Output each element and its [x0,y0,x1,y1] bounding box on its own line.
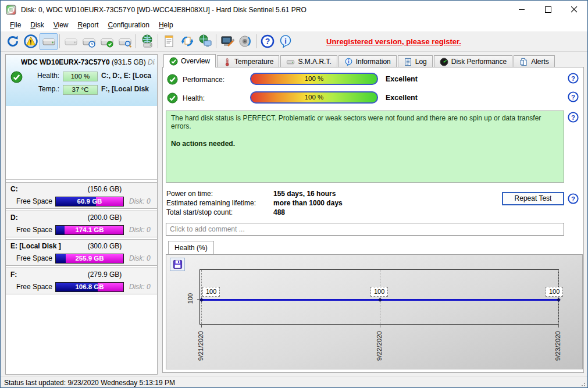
chart-tab-health[interactable]: Health (%) [168,241,214,254]
gauge-icon [440,58,448,66]
remote-monitor-icon[interactable] [196,33,214,50]
drive-letter: D: [10,213,18,222]
drive-item-e[interactable]: E: [Local Disk ](300.0 GB)Free Space255.… [6,239,157,266]
disk-clock-icon[interactable] [80,33,98,50]
y-axis-tick-label: 100 [187,293,194,304]
sync-icon[interactable] [178,33,196,50]
tab-s-m-a-r-t[interactable]: S.M.A.R.T. [280,55,337,67]
tab-log[interactable]: Log [398,55,433,67]
free-space-bar: 106.8 GB [55,282,124,292]
health-meter: 100 % [250,91,378,104]
menu-configuration[interactable]: Configuration [104,20,154,30]
help-icon[interactable]: ? [258,33,276,50]
partitions-line2: F:, [Local Disk [101,85,157,93]
close-button[interactable] [561,1,587,19]
window-title: Disk: 0, WDC WD10EURX-73C57Y0 [WD-WCC4JE… [21,6,307,14]
health-help-icon[interactable]: ? [568,91,579,102]
x-axis-tick [558,325,559,328]
maximize-button[interactable] [535,1,561,19]
tab-label: Log [415,58,427,66]
svg-text:?: ? [571,195,575,202]
svg-text:i: i [348,58,349,64]
stat-label: Total start/stop count: [166,208,233,216]
performance-label: Performance: [183,76,224,84]
smart-disk-icon [286,58,295,66]
toolbar-separator [59,34,60,48]
overview-panel: Performance: 100 % Excellent ? Health: 1… [162,67,584,373]
tab-alerts[interactable]: Alerts [514,55,555,67]
menu-help[interactable]: Help [154,20,178,30]
menu-file[interactable]: File [5,20,26,30]
gridline [558,270,559,324]
menu-report[interactable]: Report [73,20,104,30]
network-disk-icon[interactable] [138,33,156,50]
tab-label: Temperature [234,58,273,66]
free-space-label: Free Space [16,283,52,291]
drive-item-c[interactable]: C:(150.6 GB)Free Space60.9 GBDisk: 0 [6,182,157,209]
health-ok-icon [167,92,178,104]
tab-overview[interactable]: Overview [163,54,216,67]
minimize-button[interactable] [509,1,535,19]
drive-item-f[interactable]: F:(279.9 GB)Free Space106.8 GBDisk: 0 [6,268,157,294]
sidebar-temp-label: Temp.: [24,85,59,93]
info-icon[interactable]: i [276,33,294,50]
menu-view[interactable]: View [49,20,73,30]
svg-text:?: ? [265,37,270,46]
stat-value: 488 [273,208,285,216]
resize-grip[interactable] [580,381,586,387]
sound-icon[interactable] [236,33,254,50]
drive-letter: F: [10,270,17,279]
disk-name: WDC WD10EURX-73C57Y0 [21,58,110,66]
menu-disk[interactable]: Disk [26,20,48,30]
performance-ok-icon [167,74,178,85]
stat-row: Total start/stop count:488 [166,208,492,218]
stat-row: Power on time:155 days, 16 hours [166,190,492,199]
repeat-test-button[interactable]: Repeat Test [502,192,564,205]
disk-surface-scan-icon[interactable] [116,33,134,50]
title-bar[interactable]: Disk: 0, WDC WD10EURX-73C57Y0 [WD-WCC4JE… [1,1,587,19]
register-link[interactable]: Unregistered version, please register. [326,37,461,46]
drive-letter: E: [Local Disk ] [10,242,61,250]
disk-overview-icon[interactable] [40,33,58,50]
selected-disk-panel[interactable]: WDC WD10EURX-73C57Y0 (931.5 GB) Disk: 0 … [6,55,157,180]
tab-temperature[interactable]: Temperature [217,55,279,67]
status-action: No actions needed. [171,140,559,148]
drive-item-d[interactable]: D:(200.0 GB)Free Space174.1 GBDisk: 0 [6,211,157,237]
drive-size: (279.9 GB) [70,270,140,279]
health-rating: Excellent [386,94,418,102]
report-icon[interactable] [160,33,178,50]
thermometer-icon [223,58,231,66]
gridline [201,270,202,324]
drive-disk-number: Disk: 0 [129,254,151,262]
free-space-value: 106.8 GB [56,283,123,291]
x-axis-date-label: 9/21/2020 [197,331,205,372]
disk-disabled-icon[interactable] [62,33,80,50]
alert-icon[interactable] [22,33,40,50]
svg-text:?: ? [571,75,575,82]
information-icon: i [344,58,353,66]
toolbar-separator [136,34,136,48]
x-axis-tick [380,325,380,328]
drive-size: (150.6 GB) [70,185,140,193]
refresh-icon[interactable] [3,33,22,50]
comment-input[interactable]: Click to add comment ... [166,223,564,236]
save-chart-button[interactable] [170,258,185,271]
disk-test-icon[interactable] [98,33,116,50]
tab-disk-performance[interactable]: Disk Performance [434,55,512,67]
performance-help-icon[interactable]: ? [568,73,579,84]
settings-icon[interactable] [218,33,236,50]
main-tabs: OverviewTemperatureS.M.A.R.T.iInformatio… [163,54,556,67]
sidebar-health-label: Health: [24,72,59,80]
free-space-label: Free Space [16,197,52,205]
repeat-test-help-icon[interactable]: ? [568,193,579,204]
status-help-icon[interactable]: ? [568,112,579,123]
free-space-value: 174.1 GB [56,226,123,234]
toolbar-separator [256,34,256,48]
status-last-updated: Status last updated: 9/23/2020 Wednesday… [4,379,175,387]
tab-label: Information [356,58,391,66]
sidebar-temp-bar: 37 °C [63,85,98,95]
status-bar: Status last updated: 9/23/2020 Wednesday… [1,376,587,388]
tab-information[interactable]: iInformation [338,55,397,67]
performance-rating: Excellent [386,75,418,83]
free-space-bar: 174.1 GB [55,225,124,235]
